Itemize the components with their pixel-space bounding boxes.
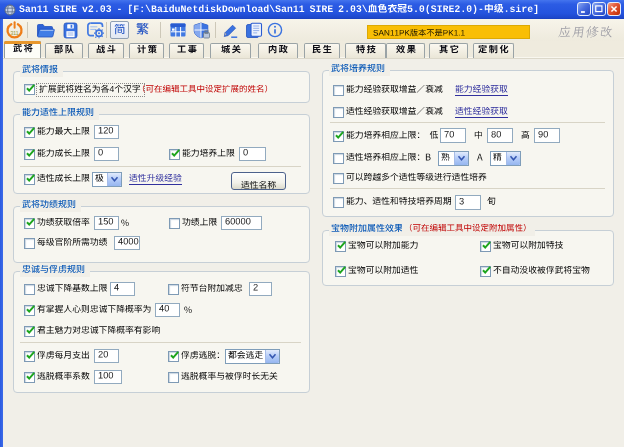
svg-text:311: 311 — [10, 30, 18, 36]
